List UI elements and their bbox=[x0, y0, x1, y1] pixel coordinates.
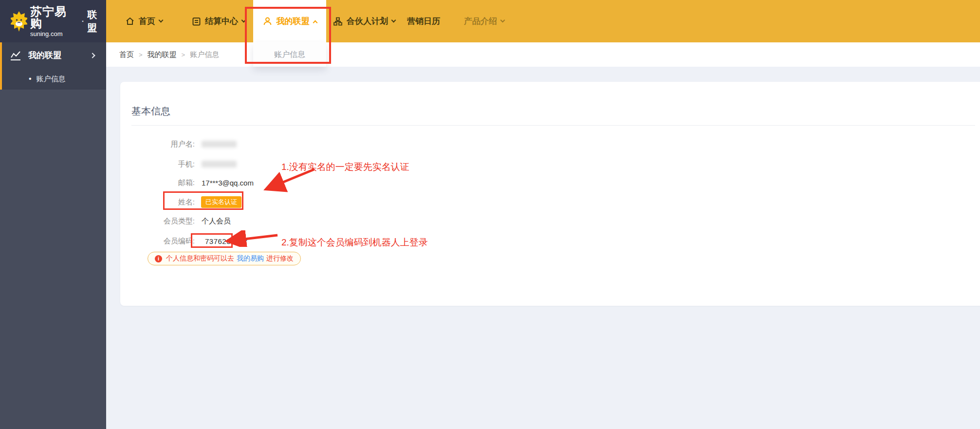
divider bbox=[131, 125, 975, 126]
field-row-member-type: 会员类型: 个人会员 bbox=[120, 216, 231, 226]
basic-info-card: 基本信息 用户名: 手机: 邮箱: 17***3@qq.com 姓名: 已实名认… bbox=[120, 82, 980, 306]
chevron-down-icon bbox=[241, 18, 246, 23]
sidebar-item-my-alliance[interactable]: 我的联盟 bbox=[2, 42, 106, 68]
field-label: 用户名: bbox=[120, 140, 195, 149]
person-icon bbox=[263, 17, 272, 26]
nav-dropdown-panel: 账户信息 bbox=[253, 42, 326, 67]
nav-label: 合伙人计划 bbox=[347, 16, 388, 27]
field-label: 手机: bbox=[120, 160, 195, 169]
member-type-value: 个人会员 bbox=[202, 217, 231, 226]
breadcrumb-home[interactable]: 首页 bbox=[119, 50, 134, 59]
info-icon: i bbox=[155, 255, 162, 262]
chevron-down-icon bbox=[500, 18, 505, 23]
sidebar-subitem-account-info[interactable]: • 账户信息 bbox=[2, 68, 106, 90]
sidebar-item-label: 我的联盟 bbox=[28, 50, 61, 61]
brand-dot: · bbox=[82, 17, 84, 26]
sidebar-active-group: 我的联盟 • 账户信息 bbox=[0, 42, 106, 90]
annotation-step2-text: 2.复制这个会员编码到机器人上登录 bbox=[281, 236, 428, 249]
breadcrumb-my-alliance[interactable]: 我的联盟 bbox=[148, 50, 177, 59]
sitemap-icon bbox=[333, 17, 342, 26]
chevron-down-icon bbox=[159, 18, 164, 23]
chevron-down-icon bbox=[391, 18, 396, 23]
nav-item-home[interactable]: 首页 bbox=[126, 0, 163, 42]
brand-domain: suning.com bbox=[30, 31, 78, 37]
field-label: 邮箱: bbox=[120, 178, 195, 187]
field-label: 会员类型: bbox=[120, 217, 195, 226]
breadcrumb: 首页 > 我的联盟 > 账户信息 bbox=[106, 42, 980, 67]
field-row-name: 姓名: 已实名认证 bbox=[120, 197, 241, 207]
brand-name-cn: 苏宁易购 bbox=[30, 6, 78, 29]
nav-item-marketing-calendar[interactable]: 营销日历 bbox=[407, 0, 440, 42]
nav-label: 首页 bbox=[139, 16, 155, 27]
nav-label: 产品介绍 bbox=[464, 16, 497, 27]
line-chart-icon bbox=[10, 50, 21, 61]
field-row-member-code: 会员编码: 7376234217 bbox=[120, 236, 248, 246]
sidebar: 苏宁易购 suning.com · 联盟 我的联盟 • 账户信息 bbox=[0, 0, 106, 429]
field-row-username: 用户名: bbox=[120, 139, 237, 149]
breadcrumb-separator: > bbox=[182, 51, 185, 58]
annotation-step1-text: 1.没有实名的一定要先实名认证 bbox=[281, 161, 409, 173]
brand-logo[interactable]: 苏宁易购 suning.com · 联盟 bbox=[0, 0, 106, 42]
top-navbar: 首页 结算中心 我的联盟 合伙人计划 营销日历 产品介绍 bbox=[106, 0, 980, 42]
sidebar-subitem-label: 账户信息 bbox=[37, 75, 66, 84]
dropdown-item-account-info[interactable]: 账户信息 bbox=[274, 50, 305, 60]
chevron-up-icon bbox=[313, 20, 317, 25]
nav-label: 我的联盟 bbox=[277, 16, 310, 27]
field-label: 会员编码: bbox=[120, 237, 195, 246]
nav-item-partner-plan[interactable]: 合伙人计划 bbox=[333, 0, 395, 42]
bullet-icon: • bbox=[29, 75, 32, 83]
notice-pill: i 个人信息和密码可以去 我的易购 进行修改 bbox=[148, 252, 301, 265]
nav-item-settlement[interactable]: 结算中心 bbox=[192, 0, 245, 42]
nav-label: 结算中心 bbox=[205, 16, 238, 27]
chevron-right-icon bbox=[90, 53, 95, 58]
clipboard-icon bbox=[192, 17, 201, 26]
notice-link-myyigou[interactable]: 我的易购 bbox=[237, 254, 264, 263]
redacted-phone-value bbox=[202, 161, 237, 168]
notice-text-after: 进行修改 bbox=[266, 254, 294, 263]
nav-item-product-intro[interactable]: 产品介绍 bbox=[464, 0, 504, 42]
card-title: 基本信息 bbox=[131, 105, 170, 118]
field-label: 姓名: bbox=[120, 198, 195, 207]
breadcrumb-current: 账户信息 bbox=[190, 50, 219, 59]
verified-badge: 已实名认证 bbox=[201, 196, 241, 208]
email-value: 17***3@qq.com bbox=[202, 179, 254, 187]
notice-text-before: 个人信息和密码可以去 bbox=[166, 254, 234, 263]
field-row-email: 邮箱: 17***3@qq.com bbox=[120, 177, 254, 188]
suning-lion-icon bbox=[11, 11, 27, 32]
breadcrumb-separator: > bbox=[139, 51, 143, 58]
nav-item-my-alliance[interactable]: 我的联盟 bbox=[253, 0, 326, 42]
annotation-arrow-down-left-icon bbox=[261, 165, 320, 194]
member-code-value: 7376234217 bbox=[205, 237, 248, 245]
home-icon bbox=[126, 17, 134, 25]
field-row-phone: 手机: bbox=[120, 159, 237, 169]
brand-suffix: 联盟 bbox=[87, 8, 106, 35]
nav-label: 营销日历 bbox=[407, 16, 440, 27]
redacted-username-value bbox=[202, 141, 237, 148]
